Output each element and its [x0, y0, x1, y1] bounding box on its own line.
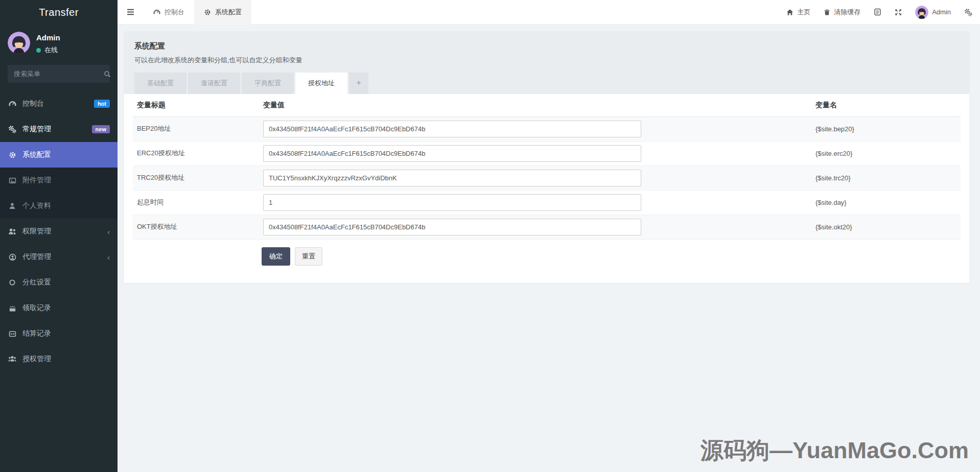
- admin-app: Transfer Admin 在线: [0, 0, 980, 472]
- topbar-right: 主页 清除缓存: [786, 6, 980, 19]
- tab-basic-config[interactable]: 基础配置: [134, 73, 186, 94]
- submit-button[interactable]: 确定: [262, 247, 290, 266]
- table-row: ERC20授权地址 {$site.erc20}: [133, 141, 961, 166]
- sidebar-item-permissions[interactable]: 权限管理 ‹: [0, 219, 118, 244]
- var-title: BEP20地址: [133, 116, 259, 141]
- clear-cache-link[interactable]: 清除缓存: [824, 8, 860, 17]
- tab-system-config[interactable]: 系统配置: [194, 0, 251, 25]
- user-menu-label: Admin: [932, 8, 951, 16]
- gear-icon: [8, 151, 17, 159]
- erc20-address-input[interactable]: [263, 145, 641, 162]
- settings-menu[interactable]: [964, 8, 972, 16]
- okt-address-input[interactable]: [263, 219, 641, 235]
- sidebar-item-label: 分红设置: [22, 278, 51, 287]
- menu-icon[interactable]: [118, 0, 144, 25]
- tab-label: 系统配置: [215, 8, 242, 17]
- trash-icon: [824, 9, 830, 16]
- var-name: {$site.okt20}: [811, 215, 961, 239]
- user-menu[interactable]: Admin: [915, 6, 951, 19]
- brand-title[interactable]: Transfer: [0, 0, 118, 25]
- var-name: {$site.trc20}: [811, 166, 961, 190]
- var-title: 起息时间: [133, 190, 259, 215]
- search-input[interactable]: [14, 70, 104, 78]
- sidebar-item-dividend[interactable]: 分红设置: [0, 270, 118, 295]
- language-icon: [874, 8, 881, 16]
- sidebar-item-authorization[interactable]: 授权管理: [0, 346, 118, 372]
- table-row: 起息时间 {$site.day}: [133, 190, 961, 215]
- add-group-tab[interactable]: +: [349, 73, 368, 94]
- sidebar-item-agents[interactable]: 代理管理 ‹: [0, 244, 118, 270]
- trc20-address-input[interactable]: [263, 170, 641, 186]
- tab-dictionary-config[interactable]: 字典配置: [242, 73, 294, 94]
- sidebar-item-label: 控制台: [22, 99, 44, 108]
- watermark: 源码狗—YuanMaGo.Com: [701, 435, 969, 466]
- var-name: {$site.erc20}: [811, 141, 961, 166]
- users-icon: [8, 227, 17, 235]
- sidebar-item-settlement-records[interactable]: 结算记录: [0, 321, 118, 346]
- var-name: {$site.day}: [811, 190, 961, 215]
- form-actions: 确定 重置: [262, 247, 961, 266]
- sidebar-item-label: 附件管理: [22, 176, 51, 185]
- image-icon: [8, 177, 17, 184]
- config-table: 变量标题 变量值 变量名 BEP20地址 {$site.bep20} ERC20…: [133, 94, 961, 240]
- sidebar-item-system-config[interactable]: 系统配置: [0, 142, 118, 168]
- search-icon[interactable]: [104, 70, 111, 78]
- table-row: OKT授权地址 {$site.okt20}: [133, 215, 961, 239]
- fullscreen-toggle[interactable]: [895, 9, 902, 16]
- table-row: BEP20地址 {$site.bep20}: [133, 116, 961, 141]
- page-subtitle: 可以在此增改系统的变量和分组,也可以自定义分组和变量: [134, 56, 959, 65]
- gear-icon: [204, 9, 211, 16]
- sidebar-item-dashboard[interactable]: 控制台 hot: [0, 91, 118, 116]
- home-link[interactable]: 主页: [786, 8, 810, 17]
- user-icon: [8, 202, 17, 209]
- page-title: 系统配置: [134, 41, 959, 51]
- var-title: OKT授权地址: [133, 215, 259, 239]
- sidebar-item-label: 结算记录: [22, 329, 51, 338]
- fullscreen-icon: [895, 9, 902, 16]
- language-switcher[interactable]: [874, 8, 881, 16]
- column-header-title: 变量标题: [133, 94, 259, 116]
- hot-badge: hot: [94, 100, 110, 108]
- user-name: Admin: [36, 33, 60, 42]
- avatar: [8, 32, 30, 54]
- sidebar-submenu: 系统配置 附件管理 个人资料: [0, 142, 118, 219]
- tab-invite-config[interactable]: 邀请配置: [188, 73, 240, 94]
- bep20-address-input[interactable]: [263, 121, 641, 137]
- tab-auth-address[interactable]: 授权地址: [295, 73, 347, 94]
- topbar: 控制台 系统配置 主页 清除缓存: [118, 0, 980, 25]
- gears-icon: [964, 8, 972, 16]
- sidebar-item-label: 系统配置: [22, 150, 51, 159]
- sidebar-menu: 控制台 hot 常规管理 new 系统配置 附件管理 个人资料: [0, 91, 118, 372]
- user-meta: Admin 在线: [36, 32, 60, 55]
- industry-icon: [8, 304, 17, 312]
- var-title: ERC20授权地址: [133, 141, 259, 166]
- online-dot-icon: [36, 48, 41, 53]
- sidebar-item-profile[interactable]: 个人资料: [0, 193, 118, 219]
- sidebar-item-label: 授权管理: [22, 355, 51, 364]
- card-icon: [8, 330, 17, 338]
- dashboard-icon: [8, 100, 17, 108]
- dashboard-icon: [153, 9, 160, 16]
- user-status: 在线: [36, 45, 60, 55]
- config-panel: 系统配置 可以在此增改系统的变量和分组,也可以自定义分组和变量 基础配置 邀请配…: [124, 31, 969, 283]
- var-name: {$site.bep20}: [811, 116, 961, 141]
- sidebar-search: [8, 65, 110, 83]
- column-header-name: 变量名: [811, 94, 961, 116]
- cogs-icon: [8, 125, 17, 133]
- new-badge: new: [92, 125, 110, 133]
- sidebar-item-claim-records[interactable]: 领取记录: [0, 295, 118, 321]
- interest-start-input[interactable]: [263, 194, 641, 211]
- clear-cache-label: 清除缓存: [834, 8, 860, 17]
- user-circle-icon: [8, 253, 17, 261]
- avatar: [915, 6, 928, 19]
- sidebar: Transfer Admin 在线: [0, 0, 118, 472]
- main-content: 系统配置 可以在此增改系统的变量和分组,也可以自定义分组和变量 基础配置 邀请配…: [118, 25, 980, 472]
- reset-button[interactable]: 重置: [295, 247, 322, 266]
- sidebar-item-general[interactable]: 常规管理 new: [0, 116, 118, 142]
- sidebar-item-label: 常规管理: [22, 125, 51, 134]
- table-header-row: 变量标题 变量值 变量名: [133, 94, 961, 116]
- sidebar-item-label: 权限管理: [22, 227, 51, 236]
- sidebar-item-attachments[interactable]: 附件管理: [0, 168, 118, 193]
- tab-dashboard[interactable]: 控制台: [144, 0, 194, 25]
- tab-label: 控制台: [165, 8, 184, 17]
